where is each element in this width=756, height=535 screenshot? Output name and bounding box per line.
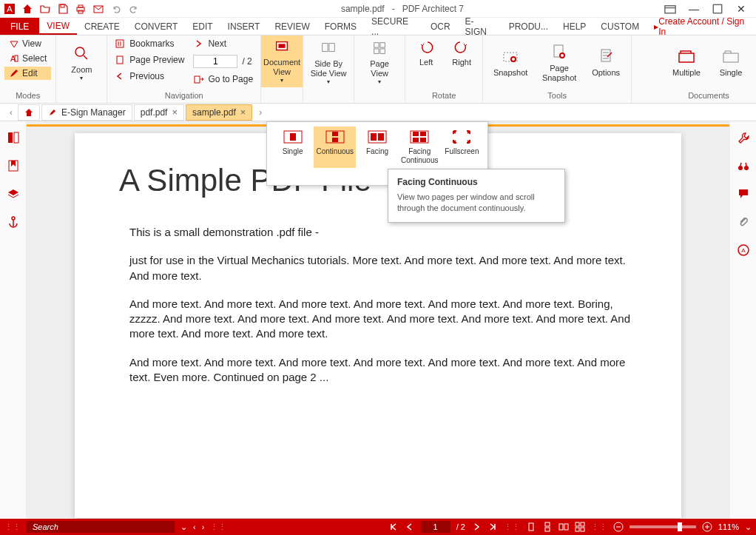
prev-page-icon[interactable]	[405, 522, 415, 532]
tab-view[interactable]: VIEW	[39, 18, 77, 35]
create-account-link[interactable]: ▸ Create Account / Sign In	[647, 18, 756, 35]
tab-secure[interactable]: SECURE ...	[364, 18, 423, 35]
svg-rect-4	[78, 5, 83, 7]
tab-help[interactable]: HELP	[556, 18, 593, 35]
rotate-left-button[interactable]: Left	[410, 37, 442, 67]
zoom-thumb[interactable]	[678, 522, 682, 531]
tab-scroll-right[interactable]: ›	[254, 107, 267, 118]
comment-icon[interactable]	[735, 185, 752, 203]
layout-facing-icon[interactable]	[558, 522, 569, 532]
mode-edit[interactable]: Edit	[4, 67, 51, 80]
page-view-button[interactable]: Page View▾	[359, 37, 400, 89]
attachment-icon[interactable]	[735, 213, 752, 231]
print-icon[interactable]	[72, 1, 89, 17]
docs-multiple-button[interactable]: Multiple	[666, 37, 707, 89]
close-icon[interactable]: ✕	[734, 1, 749, 16]
options-button[interactable]: Options	[585, 37, 627, 89]
tab-ocr[interactable]: OCR	[423, 18, 458, 35]
nav-goto-page[interactable]: Go to Page	[190, 73, 256, 86]
tab-edit[interactable]: EDIT	[185, 18, 220, 35]
next-page-icon[interactable]	[471, 522, 482, 532]
search-input[interactable]	[27, 521, 175, 533]
svg-rect-12	[116, 40, 124, 47]
rotate-right-button[interactable]: Right	[445, 37, 478, 67]
file-tab[interactable]: FILE	[0, 18, 39, 35]
tab-custom[interactable]: CUSTOM	[593, 18, 647, 35]
page-snapshot-button[interactable]: Page Snapshot	[536, 37, 582, 89]
tab-produce[interactable]: PRODU...	[502, 18, 556, 35]
tab-esign[interactable]: E-SIGN	[458, 18, 502, 35]
close-icon[interactable]: ×	[240, 107, 246, 118]
page-number-input[interactable]	[193, 55, 237, 68]
open-icon[interactable]	[37, 1, 53, 17]
mode-select[interactable]: ASelect	[4, 52, 51, 65]
dd-continuous[interactable]: Continuous	[314, 127, 356, 168]
svg-rect-44	[332, 138, 338, 142]
group-side: Side By Side View▾	[303, 36, 354, 103]
left-panel	[0, 121, 27, 531]
svg-rect-59	[581, 522, 584, 526]
dd-facing[interactable]: Facing	[356, 127, 398, 168]
search-prev-icon[interactable]: ‹	[193, 522, 196, 531]
zoom-dropdown-icon[interactable]: ⌄	[745, 522, 752, 532]
tab-scroll-left[interactable]: ‹	[4, 107, 18, 118]
first-page-icon[interactable]	[388, 522, 399, 532]
redo-icon[interactable]	[126, 1, 142, 17]
side-by-side-button[interactable]: Side By Side View▾	[308, 37, 349, 89]
home-icon[interactable]	[19, 1, 36, 17]
tab-convert[interactable]: CONVERT	[127, 18, 185, 35]
doc-tab-home[interactable]	[18, 104, 40, 121]
docs-single-button[interactable]: Single	[710, 37, 752, 89]
dd-facing-continuous[interactable]: Facing Continuous	[399, 127, 441, 168]
binoculars-icon[interactable]	[735, 157, 752, 175]
status-page-input[interactable]	[421, 521, 450, 533]
layout-continuous-icon[interactable]	[542, 522, 553, 532]
title-filename: sample.pdf	[341, 4, 385, 14]
thumbnails-icon[interactable]	[4, 129, 22, 147]
email-icon[interactable]	[90, 1, 107, 17]
svg-point-28	[561, 54, 564, 57]
zoom-out-icon[interactable]	[613, 522, 624, 532]
document-view-button[interactable]: Document View▾	[261, 36, 303, 87]
layout-facing-cont-icon[interactable]	[575, 522, 585, 532]
menubar: FILE VIEW CREATE CONVERT EDIT INSERT REV…	[0, 18, 756, 36]
save-icon[interactable]	[55, 1, 71, 17]
maximize-icon[interactable]	[710, 1, 725, 16]
wrench-icon[interactable]	[735, 129, 752, 147]
app-logo[interactable]: A	[1, 1, 18, 17]
zoom-slider[interactable]	[630, 525, 696, 528]
close-icon[interactable]: ×	[172, 107, 178, 118]
minimize-icon[interactable]: —	[686, 1, 701, 16]
bookmarks-panel-icon[interactable]	[4, 157, 22, 175]
snapshot-button[interactable]: Snapshot	[487, 37, 533, 89]
nav-bookmarks[interactable]: Bookmarks	[112, 37, 187, 50]
minimize-ribbon-icon[interactable]	[663, 1, 678, 16]
layers-icon[interactable]	[4, 185, 22, 203]
document-paragraph: And more text. And more text. And more t…	[119, 355, 637, 386]
layout-single-icon[interactable]	[526, 522, 536, 532]
tab-review[interactable]: REVIEW	[267, 18, 317, 35]
dd-single[interactable]: Single	[271, 127, 314, 168]
tab-forms[interactable]: FORMS	[317, 18, 364, 35]
nav-page-preview[interactable]: Page Preview	[112, 53, 187, 67]
tab-create[interactable]: CREATE	[77, 18, 127, 35]
undo-icon[interactable]	[108, 1, 124, 17]
last-page-icon[interactable]	[487, 522, 498, 532]
tab-insert[interactable]: INSERT	[220, 18, 268, 35]
nav-next[interactable]: Next	[190, 37, 256, 50]
mode-view[interactable]: View	[4, 37, 51, 50]
zoom-button[interactable]: Zoom▾	[61, 37, 102, 89]
stamp-icon[interactable]: A	[735, 241, 752, 259]
anchor-icon[interactable]	[4, 213, 22, 231]
doc-tab-pdf[interactable]: pdf.pdf×	[134, 104, 184, 121]
svg-rect-52	[420, 138, 426, 142]
doc-tab-sample[interactable]: sample.pdf×	[186, 104, 252, 121]
search-dropdown-icon[interactable]: ⌄	[180, 522, 187, 532]
svg-rect-20	[380, 43, 385, 47]
doc-tab-esign[interactable]: E-Sign Manager	[41, 104, 132, 121]
search-next-icon[interactable]: ›	[202, 522, 205, 531]
nav-previous[interactable]: Previous	[112, 70, 187, 83]
workspace: A Simple PDF File This is a small demons…	[0, 121, 756, 531]
zoom-in-icon[interactable]	[702, 522, 712, 532]
dd-fullscreen[interactable]: Fullscreen	[441, 127, 483, 168]
